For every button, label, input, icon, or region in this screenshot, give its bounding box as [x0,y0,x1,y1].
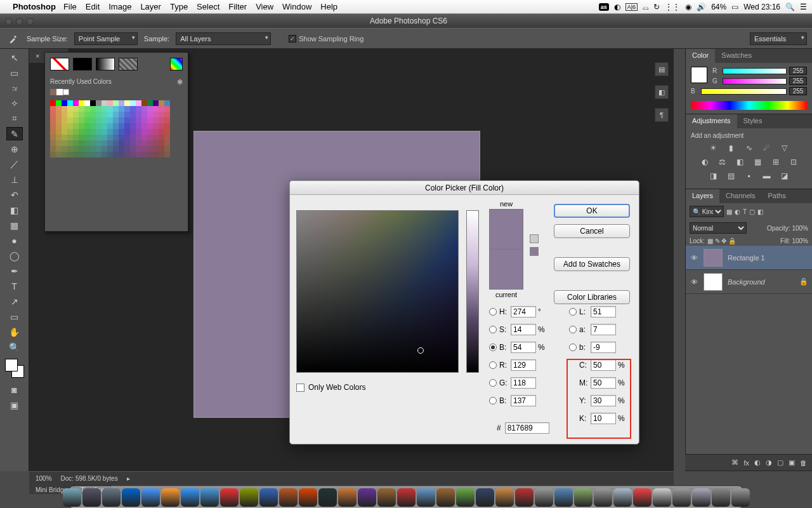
timemachine-icon[interactable]: ↻ [653,3,660,11]
lock-icons[interactable]: ▦ ✎ ✥ 🔒 [707,237,736,244]
hand-tool[interactable]: ✋ [6,325,23,338]
fg-bg-swatches[interactable] [5,359,24,378]
b-radio[interactable] [489,344,497,351]
add-swatches-button[interactable]: Add to Swatches [554,257,630,271]
r-value[interactable]: 255 [789,67,807,75]
photo-icon[interactable]: ▦ [752,157,764,167]
notif-icon[interactable]: ☰ [800,3,807,11]
doc-info[interactable]: Doc: 598.5K/0 bytes [61,475,118,482]
s-input[interactable] [511,324,536,335]
tab-styles[interactable]: Styles [737,114,769,128]
bb-input[interactable] [591,342,616,353]
type-tool[interactable]: T [6,279,23,293]
menu-image[interactable]: Image [108,2,131,11]
gamut-cube-icon[interactable] [530,234,539,243]
dock-app-20[interactable] [456,488,475,507]
color-libraries-button[interactable]: Color Libraries [554,290,630,304]
l-input[interactable] [591,306,616,318]
dock-app-19[interactable] [436,488,455,507]
tab-paths[interactable]: Paths [762,189,792,203]
bv-input[interactable] [511,342,536,353]
char-panel-icon[interactable]: ¶ [655,108,669,122]
mask-icon[interactable]: ◐ [754,458,761,467]
current-color-swatch[interactable] [489,249,523,290]
fill-gradient[interactable] [96,58,115,70]
show-sampling-ring-checkbox[interactable]: ✓Show Sampling Ring [289,35,363,43]
marquee-tool[interactable]: ▭ [6,66,23,79]
tab-channels[interactable]: Channels [719,189,761,203]
tab-layers[interactable]: Layers [686,189,719,203]
sample-size-select[interactable]: Point Sample [74,32,138,45]
screenmode-tool[interactable]: ▣ [6,398,23,411]
dock-app-8[interactable] [220,488,239,507]
heal-tool[interactable]: ⊕ [6,142,23,156]
history-tool[interactable]: ↶ [6,188,23,201]
dock-app-21[interactable] [476,488,494,507]
dock-app-14[interactable] [338,488,357,507]
a-input[interactable] [591,324,616,335]
s-radio[interactable] [489,326,497,333]
blend-mode-select[interactable]: Normal [690,222,747,234]
hue-strip[interactable] [691,101,807,110]
blur-tool[interactable]: ● [6,234,23,247]
wand-tool[interactable]: ✧ [6,97,23,110]
saturation-value-field[interactable] [296,210,459,373]
fx-icon[interactable]: fx [743,459,749,467]
path-tool[interactable]: ↗ [6,295,23,308]
dock-app-33[interactable] [712,488,730,507]
dock-app-15[interactable] [358,488,376,507]
g-value[interactable]: 255 [789,77,807,85]
shape-tool[interactable]: ▭ [6,310,23,323]
menu-window[interactable]: Window [282,2,311,11]
sample-select[interactable]: All Layers [176,32,271,45]
workspace-select[interactable]: Essentials [750,32,807,45]
thresh-icon[interactable]: ▪ [743,171,755,181]
hue-icon[interactable]: ◐ [699,157,710,167]
adobe-icon[interactable]: A|6 [625,3,638,11]
battery-pct[interactable]: 64% [711,3,726,11]
menu-edit[interactable]: Edit [86,2,100,11]
dock-app-5[interactable] [161,488,180,507]
menu-select[interactable]: Select [197,2,219,11]
dock-app-31[interactable] [672,488,691,507]
new-icon[interactable]: ▣ [789,458,795,467]
r-radio[interactable] [489,361,497,369]
vibrance-icon[interactable]: ▽ [779,143,790,153]
lookup-icon[interactable]: ⊡ [788,157,799,167]
tab-color[interactable]: Color [686,49,715,63]
layer-rectangle-1[interactable]: 👁 Rectangle 1 [686,246,812,270]
filter-icons[interactable]: ▦◐T▢◧ [726,208,763,215]
eraser-tool[interactable]: ◧ [6,203,23,217]
dock-app-32[interactable] [692,488,710,507]
g-slider[interactable] [723,78,787,84]
lastfm-icon[interactable]: as [599,3,609,11]
levels-icon[interactable]: ▮ [726,143,737,153]
clock[interactable]: Wed 23:16 [743,3,780,11]
dock-app-9[interactable] [240,488,258,507]
menu-layer[interactable]: Layer [140,2,161,11]
dock-app-18[interactable] [417,488,435,507]
r-slider[interactable] [723,68,787,74]
h-radio[interactable] [489,308,497,316]
dock-app-28[interactable] [613,488,632,507]
balance-icon[interactable]: ⚖ [717,157,728,167]
y-input[interactable] [591,395,616,406]
zoom-value[interactable]: 100% [36,475,52,482]
dock-app-4[interactable] [141,488,160,507]
dock-app-29[interactable] [633,488,652,507]
dock-app-7[interactable] [200,488,219,507]
move-tool[interactable]: ↖ [6,51,23,64]
g-radio[interactable] [489,379,497,387]
cancel-button[interactable]: Cancel [554,224,630,238]
b-slider[interactable] [701,88,787,95]
fill-pattern[interactable] [119,58,138,70]
link-icon[interactable]: ⌘ [731,458,738,467]
tab-swatches[interactable]: Swatches [715,49,758,63]
dock-app-24[interactable] [535,488,553,507]
brightness-icon[interactable]: ☀ [708,143,719,153]
dock-app-10[interactable] [259,488,278,507]
menu-type[interactable]: Type [170,2,188,11]
dock-app-34[interactable] [731,488,750,507]
dock-app-27[interactable] [594,488,612,507]
filter-kind-select[interactable]: 🔍 Kind [690,206,724,217]
